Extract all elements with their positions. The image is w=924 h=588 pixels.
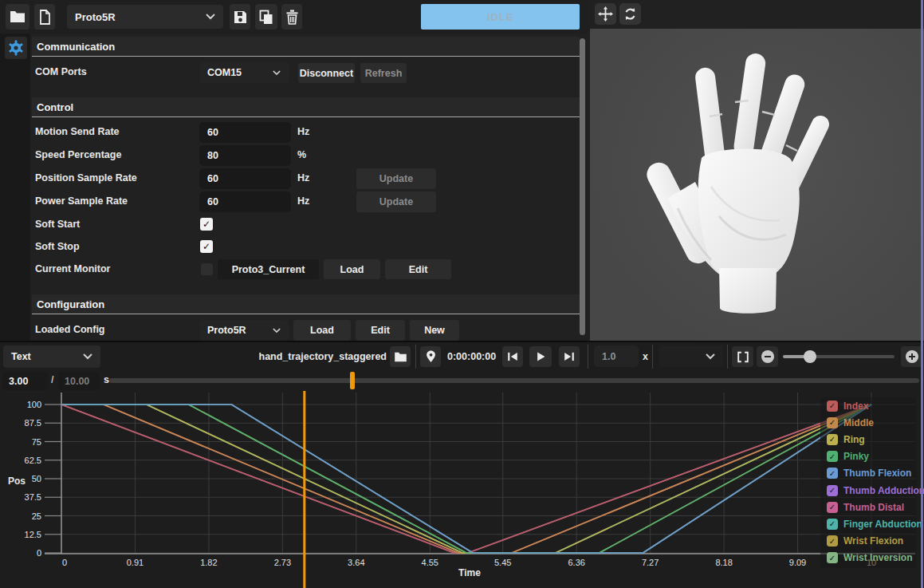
legend-label: Ring <box>843 434 865 445</box>
status-text: IDLE <box>487 11 514 23</box>
speed-percentage-input[interactable]: 80 <box>199 145 291 166</box>
scrub-marker[interactable] <box>350 372 355 389</box>
new-profile-button[interactable] <box>34 4 55 30</box>
legend-checkbox-icon[interactable]: ✓ <box>827 417 838 428</box>
legend-checkbox-icon[interactable]: ✓ <box>827 451 838 462</box>
legend-item[interactable]: ✓Finger Abduction <box>820 515 916 532</box>
y-tick-label: 25 <box>32 511 41 521</box>
profile-select[interactable]: Proto5R <box>67 5 223 29</box>
config-new-button[interactable]: New <box>410 320 459 341</box>
application-window: Proto5R IDLE <box>0 0 924 588</box>
legend-checkbox-icon[interactable]: ✓ <box>827 502 838 513</box>
pan-view-button[interactable] <box>595 3 616 25</box>
current-monitor-checkbox[interactable] <box>201 263 213 275</box>
skip-to-start-button[interactable] <box>502 346 523 367</box>
legend-item[interactable]: ✓Ring <box>820 431 916 448</box>
move-icon <box>598 6 613 22</box>
edit-label: Edit <box>371 325 390 336</box>
reset-view-button[interactable] <box>619 3 641 25</box>
chevron-down-icon <box>273 328 281 333</box>
new-file-icon <box>39 10 51 25</box>
set-marker-button[interactable] <box>420 346 441 367</box>
viewport-3d[interactable] <box>590 29 924 341</box>
soft-stop-label: Soft Stop <box>35 241 80 252</box>
legend-checkbox-icon[interactable]: ✓ <box>827 485 838 496</box>
panel-scrollbar[interactable] <box>580 38 585 335</box>
current-monitor-load-button[interactable]: Load <box>324 259 380 279</box>
legend-item[interactable]: ✓Thumb Adduction <box>820 482 916 499</box>
legend-checkbox-icon[interactable]: ✓ <box>827 401 838 412</box>
power-sample-rate-value: 60 <box>207 196 218 207</box>
soft-stop-checkbox[interactable]: ✓ <box>200 240 213 253</box>
toolbar-separator <box>415 345 416 369</box>
legend-item[interactable]: ✓Pinky <box>820 448 916 465</box>
legend-checkbox-icon[interactable]: ✓ <box>827 519 838 530</box>
legend-checkbox-icon[interactable]: ✓ <box>827 468 838 479</box>
zoom-slider-handle[interactable] <box>804 350 816 363</box>
config-edit-button[interactable]: Edit <box>356 320 405 341</box>
skip-to-end-button[interactable] <box>559 346 580 367</box>
com-port-select[interactable]: COM15 <box>199 62 289 83</box>
play-button[interactable] <box>529 346 552 367</box>
legend-checkbox-icon[interactable]: ✓ <box>827 552 838 563</box>
motion-send-rate-input[interactable]: 60 <box>199 122 291 143</box>
refresh-ports-button[interactable]: Refresh <box>360 63 407 83</box>
current-monitor-file-button[interactable]: Proto3_Current <box>218 259 319 279</box>
legend-item[interactable]: ✓Thumb Flexion <box>820 465 916 482</box>
total-time-input[interactable]: 10.00 <box>58 372 100 390</box>
status-badge: IDLE <box>421 4 580 30</box>
loaded-config-select[interactable]: Proto5R <box>199 320 289 341</box>
delete-profile-button[interactable] <box>281 4 302 30</box>
zoom-out-button[interactable] <box>757 346 778 367</box>
legend-label: Pinky <box>843 451 869 462</box>
settings-tab-button[interactable] <box>5 37 27 59</box>
speed-percentage-unit: % <box>297 149 306 160</box>
legend-label: Middle <box>843 417 874 428</box>
browse-trajectory-button[interactable] <box>390 346 411 367</box>
legend-checkbox-icon[interactable]: ✓ <box>827 535 838 547</box>
y-tick-label: 0 <box>37 548 41 558</box>
hand-mesh <box>643 52 832 313</box>
config-load-button[interactable]: Load <box>293 320 351 341</box>
legend-label: Finger Abduction <box>843 519 922 530</box>
settings-panel: Communication COM Ports COM15 Disconnect… <box>0 34 590 341</box>
zoom-in-button[interactable] <box>901 346 922 367</box>
power-sample-update-button[interactable]: Update <box>356 191 436 212</box>
x-tick-label: 3.64 <box>348 558 364 567</box>
refresh-icon <box>623 7 637 21</box>
toolbar-separator <box>652 345 653 369</box>
power-sample-rate-label: Power Sample Rate <box>35 195 128 207</box>
trajectory-mode-select[interactable]: Text <box>3 345 100 368</box>
power-sample-rate-input[interactable]: 60 <box>199 191 291 212</box>
legend-item[interactable]: ✓Wrist Flexion <box>820 533 916 550</box>
fit-view-button[interactable] <box>732 346 753 367</box>
playback-speed-input[interactable]: 1.0 <box>594 345 639 367</box>
playback-speed-unit: x <box>643 346 648 367</box>
duplicate-profile-button[interactable] <box>255 4 277 30</box>
com-ports-label: COM Ports <box>35 66 87 77</box>
legend-checkbox-icon[interactable]: ✓ <box>827 434 838 445</box>
current-time-input[interactable]: 3.00 <box>2 372 48 390</box>
position-sample-rate-input[interactable]: 60 <box>199 168 291 189</box>
edit-label: Edit <box>409 264 428 275</box>
save-profile-button[interactable] <box>230 4 250 30</box>
legend-item[interactable]: ✓Middle <box>820 414 916 431</box>
legend-item[interactable]: ✓Index <box>820 397 916 414</box>
channel-select[interactable] <box>659 345 723 367</box>
folder-icon <box>10 10 26 23</box>
trajectory-chart[interactable]: 012.52537.55062.57587.510000.911.822.733… <box>0 391 924 588</box>
location-pin-icon <box>425 349 437 364</box>
soft-start-checkbox[interactable]: ✓ <box>200 218 213 231</box>
x-tick-label: 0 <box>62 558 67 567</box>
open-profile-button[interactable] <box>6 4 29 30</box>
legend-item[interactable]: ✓Wrist Inversion <box>820 550 916 566</box>
position-sample-update-button[interactable]: Update <box>356 168 436 189</box>
current-monitor-edit-button[interactable]: Edit <box>385 259 451 279</box>
disconnect-button[interactable]: Disconnect <box>298 63 355 83</box>
scrub-track[interactable] <box>109 378 919 383</box>
section-title: Communication <box>37 41 115 53</box>
zoom-slider[interactable] <box>783 350 895 363</box>
legend-item[interactable]: ✓Thumb Distal <box>820 499 916 515</box>
skip-end-icon <box>563 351 576 362</box>
minus-icon <box>761 350 774 363</box>
